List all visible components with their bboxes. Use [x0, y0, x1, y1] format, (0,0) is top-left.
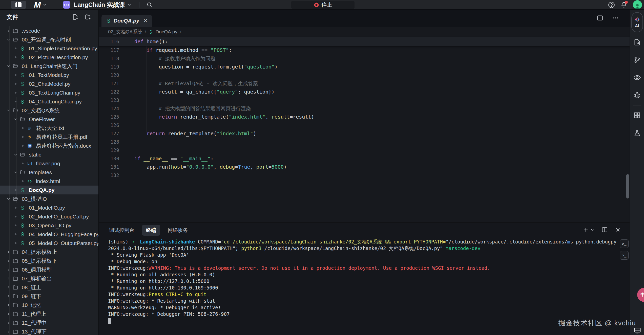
- code-lines[interactable]: 117 if request.method == "POST":118 # 接收…: [99, 46, 630, 222]
- tree-row-file[interactable]: 04_ModelIO_HuggingFace.py: [0, 230, 98, 239]
- chevron-down-icon[interactable]: [43, 3, 47, 7]
- editor-scrollbar[interactable]: [626, 174, 629, 198]
- notifications-button[interactable]: [620, 2, 627, 8]
- chevron-down-icon[interactable]: [5, 197, 12, 201]
- breadcrumb-folder[interactable]: 02_文档QA系统: [108, 29, 142, 35]
- tree-row-folder[interactable]: 06_调用模型: [0, 265, 98, 274]
- close-tab-icon[interactable]: ✕: [143, 18, 148, 24]
- code-line[interactable]: 123: [99, 96, 630, 104]
- chevron-right-icon[interactable]: [5, 259, 12, 263]
- tree-row-file[interactable]: flower.png: [0, 159, 98, 168]
- tree-row-folder[interactable]: 11_代理上: [0, 309, 98, 318]
- chevron-down-icon[interactable]: [5, 64, 12, 68]
- terminal-session-icon[interactable]: >_: [620, 251, 629, 260]
- marscode-logo[interactable]: M: [34, 0, 40, 10]
- stop-button[interactable]: 停止: [291, 1, 355, 9]
- code-line[interactable]: 118 # 接收用户输入作为问题: [99, 54, 630, 63]
- search-icon[interactable]: [147, 2, 152, 8]
- source-control-button[interactable]: [630, 51, 644, 69]
- tree-row-file[interactable]: 02_ModelIO_LoopCall.py: [0, 212, 98, 221]
- tree-row-file[interactable]: W易速鲜花运营指南.docx: [0, 141, 98, 150]
- chevron-right-icon[interactable]: [5, 321, 12, 325]
- code-line[interactable]: 125 return render_template("index.html",…: [99, 113, 630, 121]
- close-panel-icon[interactable]: [615, 227, 621, 233]
- new-file-icon[interactable]: [72, 14, 79, 20]
- tree-row-folder[interactable]: 00_开篇词_奇点时刻: [0, 35, 98, 44]
- code-line[interactable]: 126: [99, 121, 630, 129]
- tree-row-folder[interactable]: .vscode: [0, 26, 98, 35]
- tree-row-folder[interactable]: 10_记忆: [0, 301, 98, 309]
- sidebar-toggle-button[interactable]: [11, 1, 26, 9]
- chevron-right-icon[interactable]: [5, 285, 12, 289]
- preview-button[interactable]: [630, 69, 644, 86]
- extensions-button[interactable]: [630, 106, 644, 124]
- tree-row-file[interactable]: 花语大全.txt: [0, 124, 98, 132]
- tree-row-file[interactable]: 01_ModelIO.py: [0, 203, 98, 212]
- code-line[interactable]: 128: [99, 138, 630, 146]
- code-line[interactable]: 117 if request.method == "POST":: [99, 46, 630, 54]
- tree-row-file[interactable]: 04_ChatLongChain.py: [0, 97, 98, 106]
- tree-row-file[interactable]: DocQA.py: [0, 186, 98, 194]
- new-folder-icon[interactable]: [85, 14, 91, 20]
- test-button[interactable]: [630, 124, 644, 142]
- code-line[interactable]: 121 # RetrievalQA链 - 读入问题，生成答案: [99, 79, 630, 88]
- panel-tab[interactable]: 终端: [142, 225, 160, 236]
- code-line[interactable]: 119 question = request.form.get("questio…: [99, 63, 630, 71]
- tree-row-folder[interactable]: 03_模型IO: [0, 194, 98, 203]
- terminal-output[interactable]: (shims) ➜ LangChain-shizhanke COMMAND="c…: [108, 238, 617, 335]
- chevron-right-icon[interactable]: [5, 29, 12, 33]
- code-line[interactable]: 129: [99, 146, 630, 154]
- code-line[interactable]: 122 result = qa_chain({"query": question…: [99, 88, 630, 96]
- code-line[interactable]: 116def home():: [99, 37, 168, 46]
- tree-row-folder[interactable]: 07_解析输出: [0, 274, 98, 283]
- panel-tab[interactable]: 网络服务: [164, 225, 192, 236]
- chevron-right-icon[interactable]: [5, 312, 12, 316]
- tree-row-folder[interactable]: 13_代理下: [0, 327, 98, 335]
- help-icon[interactable]: [608, 2, 615, 8]
- tree-row-file[interactable]: 03_TextLangChain.py: [0, 88, 98, 97]
- tree-row-folder[interactable]: static: [0, 150, 98, 159]
- tree-row-file[interactable]: index.html: [0, 177, 98, 186]
- panel-tab[interactable]: 调试控制台: [105, 225, 138, 236]
- split-panel-icon[interactable]: [601, 227, 608, 233]
- code-line[interactable]: 132: [99, 171, 630, 180]
- chevron-down-icon[interactable]: [5, 37, 12, 42]
- ai-assistant-button[interactable]: AI: [631, 12, 643, 32]
- chevron-down-icon[interactable]: [12, 117, 19, 121]
- translate-button[interactable]: 中A: [637, 288, 644, 302]
- tree-row-file[interactable]: 01_SimpleTextGeneration.py: [0, 44, 98, 53]
- tree-row-folder[interactable]: 01_LangChain快速入门: [0, 62, 98, 71]
- chevron-right-icon[interactable]: [5, 267, 12, 272]
- terminal-session-icon[interactable]: >_: [620, 239, 629, 248]
- tree-row-file[interactable]: 易速鲜花员工手册.pdf: [0, 132, 98, 141]
- split-editor-icon[interactable]: [597, 15, 603, 21]
- breadcrumb-file[interactable]: DocQA.py: [155, 29, 177, 35]
- chevron-right-icon[interactable]: [5, 294, 12, 298]
- chevron-right-icon[interactable]: [5, 329, 12, 334]
- breadcrumb[interactable]: 02_文档QA系统 / DocQA.py / ...: [99, 27, 630, 37]
- tree-row-folder[interactable]: 08_链上: [0, 283, 98, 292]
- tab-docqa[interactable]: DocQA.py ✕: [101, 15, 152, 27]
- tree-row-folder[interactable]: 02_文档QA系统: [0, 106, 98, 115]
- code-editor[interactable]: 116def home(): 117 if request.method == …: [99, 37, 630, 222]
- tree-row-folder[interactable]: 12_代理中: [0, 318, 98, 327]
- tree-row-folder[interactable]: 05_提示模板下: [0, 256, 98, 265]
- tree-row-folder[interactable]: 09_链下: [0, 292, 98, 301]
- chevron-down-icon[interactable]: [12, 170, 19, 174]
- tree-row-file[interactable]: 01_TextModel.py: [0, 71, 98, 79]
- sticky-scroll-line[interactable]: 116def home():: [99, 37, 630, 46]
- chevron-right-icon[interactable]: [5, 276, 12, 281]
- code-line[interactable]: 127 return render_template("index.html"): [99, 129, 630, 138]
- code-line[interactable]: 130if __name__ == "__main__":: [99, 154, 630, 163]
- workspace-title[interactable]: LangChain 实战课: [74, 1, 125, 9]
- code-line[interactable]: 131 app.run(host="0.0.0.0", debug=True, …: [99, 163, 630, 171]
- tree-row-file[interactable]: 05_ModelIO_OutputParser.py: [0, 239, 98, 248]
- chevron-right-icon[interactable]: [5, 303, 12, 307]
- breadcrumb-more[interactable]: ...: [184, 29, 188, 35]
- search-files-button[interactable]: [630, 33, 644, 51]
- user-avatar[interactable]: [633, 0, 642, 9]
- tree-row-folder[interactable]: 04_提示模板上: [0, 248, 98, 256]
- debug-button[interactable]: [630, 86, 644, 104]
- tree-row-folder[interactable]: templates: [0, 168, 98, 177]
- tree-row-file[interactable]: 02_PictureDescription.py: [0, 53, 98, 62]
